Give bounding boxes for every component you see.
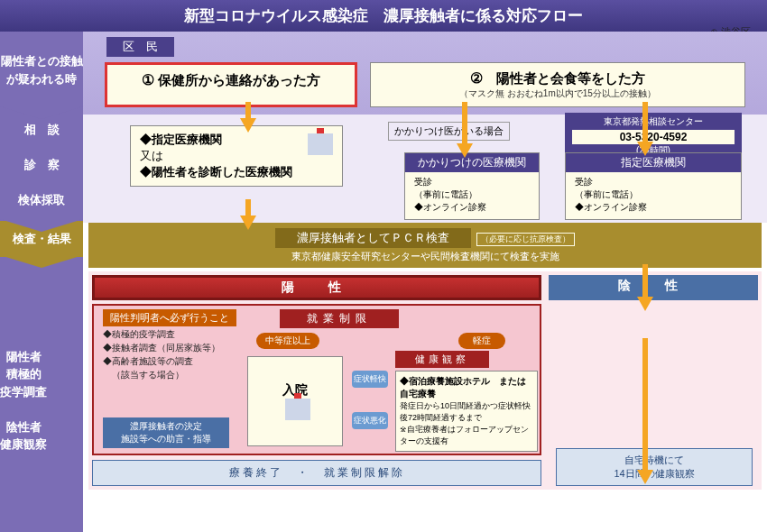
result-negative: 陰 性 [549,275,758,300]
arrow-icon [240,118,256,133]
end-box: 療養終了 ・ 就業制限解除 [92,460,541,486]
positive-area: 陽性判明者へ必ず行うこと ◆積極的疫学調査◆接触者調査（同居家族等）◆高齢者施設… [92,304,541,455]
has-doctor-label: かかりつけ医がいる場合 [388,122,510,141]
med-box-designated: ◆指定医療機関 又は ◆陽性者を診断した医療機関 [130,125,343,187]
option-2: ② 陽性者と会食等をした方 （マスク無 おおむね1m以内で15分以上の接触） [370,62,745,107]
arrow-icon [637,470,653,484]
side-survey: 陽性者 積極的 疫学調査 陰性者 健康観察 [0,257,83,532]
hospitalization: 入院 [247,356,343,446]
band-pcr: 濃厚接触者としてＰＣＲ検査（必要に応じ抗原検査） 東京都健康安全研究センターや民… [88,223,762,268]
sidebar: 陽性者との接触が疑われる時 相 談 診 察 検体採取 検査・結果 陽性者 積極的… [0,32,83,532]
todo-list: ◆積極的疫学調査◆接触者調査（同居家族等）◆高齢者施設等の調査 （該当する場合） [103,327,220,381]
work-restriction: 就業制限 [280,309,399,328]
improve-label: 症状軽快 [352,371,388,388]
arrow-icon [457,143,473,158]
option-1: ① 保健所から連絡があった方 [105,62,357,107]
arrow-icon [637,142,653,156]
band-resident: 区 民 ① 保健所から連絡があった方 ② 陽性者と会食等をした方 （マスク無 お… [83,32,767,115]
todo-header: 陽性判明者へ必ず行うこと [103,309,236,326]
band-result: 陽 性 陰 性 陽性判明者へ必ず行うこと ◆積極的疫学調査◆接触者調査（同居家族… [88,271,762,490]
arrow-line [462,102,467,147]
arrow-line [642,102,648,145]
side-consult: 相 談 診 察 検体採取 [0,108,83,221]
hospital-icon [308,133,333,155]
content: 陽性者との接触が疑われる時 相 談 診 察 検体採取 検査・結果 陽性者 積極的… [0,32,767,532]
band-consult: かかりつけ医がいる場合 東京都発熱相談センター 03-5320-4592 (24… [83,115,767,223]
med-box-designated2: 指定医療機関 受診（事前に電話）◆オンライン診察 [565,152,742,220]
observation-header: 健康観察 [395,351,489,368]
arrow-line [642,338,648,473]
arrow-icon [240,216,256,230]
main-flow: 区 民 ① 保健所から連絡があった方 ② 陽性者と会食等をした方 （マスク無 お… [83,32,767,532]
observation-box: ◆宿泊療養施設ホテル または自宅療養 発症日から10日間経過かつ症状軽快後72時… [395,371,538,452]
severity-light: 軽症 [458,333,505,349]
negative-flow: 自宅待機にて 14日間の健康観察 [556,448,753,486]
result-positive: 陽 性 [92,275,541,300]
title-bar: 新型コロナウイルス感染症 濃厚接触者に係る対応フロー [0,0,767,32]
hospital-icon [285,399,310,420]
arrow-line [642,264,648,300]
side-contact: 陽性者との接触が疑われる時 [0,32,83,108]
arrow-icon [637,297,653,311]
severity-mid: 中等症以上 [256,333,319,349]
worsen-label: 症状悪化 [352,412,388,429]
resident-label: 区 民 [106,37,174,57]
med-box-family: かかりつけの医療機関 受診（事前に電話）◆オンライン診察 [404,152,540,220]
todo-footer: 濃厚接触者の決定 施設等への助言・指導 [103,417,229,448]
